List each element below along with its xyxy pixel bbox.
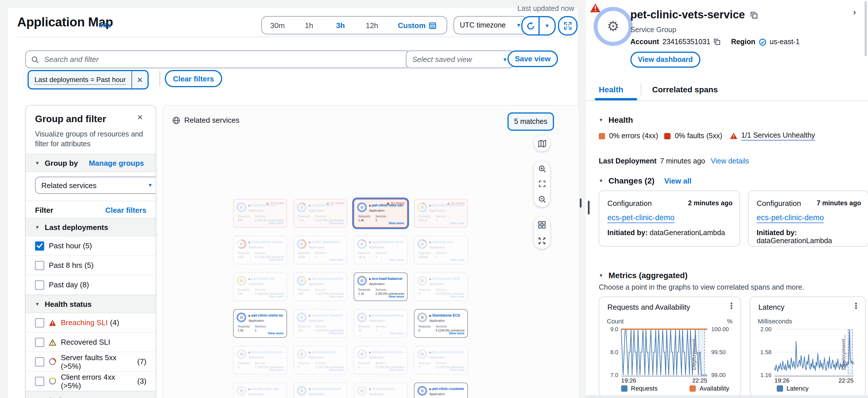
service-card-k8s-onlineboutique-60[interactable]: ⚙▶k8s-onlineboutique-60...ApplicationReq… [414, 346, 468, 374]
view-more-link[interactable]: View more [269, 368, 284, 372]
view-more-link[interactable]: View more [450, 258, 464, 262]
collapse-panel-icon[interactable]: › [853, 7, 856, 16]
grid-layout-icon[interactable] [538, 218, 546, 232]
service-card-alb-eks-test-app[interactable]: ⚙▶alb-eks-test-appApplicationRequestsSer… [233, 383, 287, 398]
service-name[interactable]: ▶alb-eks-test-app [249, 387, 279, 391]
checkbox[interactable] [35, 337, 44, 347]
service-card-appointment-service-g[interactable]: ⚙▶appointment-service-g...ApplicationReq… [353, 236, 408, 264]
checkbox[interactable] [35, 241, 44, 250]
service-card-LogisticsAPI[interactable]: ⚙SLI breach▶LogisticsAPIApplicationReque… [293, 199, 347, 228]
service-card-pet-clinic-customers-s[interactable]: ⚙▶pet-clinic-customers-s...ApplicationRe… [414, 383, 468, 398]
kebab-menu-icon[interactable]: ⋮ [727, 301, 735, 310]
service-name[interactable]: ▶FulfillmentAPI [249, 203, 276, 207]
changes-section-header[interactable]: ▼ Changes (2) View all [599, 176, 691, 185]
view-more-link[interactable]: View more [389, 295, 404, 298]
view-more-link[interactable]: View more [389, 368, 404, 372]
view-more-link[interactable]: View more [268, 331, 284, 335]
service-card-StandaloneEKS[interactable]: ⚙▶Standalone EKSApplicationRequestsServi… [414, 272, 468, 301]
time-range-3h[interactable]: 3h [324, 21, 356, 30]
checkbox[interactable] [35, 261, 44, 270]
view-more-link[interactable]: View more [389, 258, 404, 262]
group-by-select[interactable]: Related services ▼ [35, 177, 156, 194]
service-card-dataGenerationLambda[interactable]: ⚙▶dataGenerationLambdaApplicationRequest… [353, 309, 408, 338]
service-card-StandaloneLambda[interactable]: ⚙▶Standalone LambdaApplicationRequestsSe… [233, 236, 287, 264]
view-details-link[interactable]: View details [711, 157, 749, 165]
service-card-lambda-bug-bash[interactable]: ⚙▶lambda-bug-bashApplicationRequestsServ… [293, 383, 347, 398]
service-name[interactable]: ▶appointment-service-g... [369, 240, 404, 244]
view-more-link[interactable]: View more [269, 221, 284, 225]
view-dashboard-button[interactable]: View dashboard [630, 52, 701, 68]
filter-section-header[interactable]: ▼Health status [26, 295, 156, 313]
filter-option[interactable]: Past 8 hrs (5) [26, 256, 156, 275]
service-card-ecs-load-balancer[interactable]: ⚙▶ecs-load-balancerApplicationRequestsSe… [353, 272, 408, 301]
timezone-select[interactable]: UTC timezone ▼ [454, 16, 528, 34]
filter-option[interactable]: Breaching SLI(4) [26, 313, 156, 333]
filter-section-header[interactable]: ▼Platform [26, 391, 156, 398]
filter-option[interactable]: Server faults 5xx (>5%)(7) [26, 352, 156, 372]
view-more-link[interactable]: View more [329, 221, 344, 225]
chart-canvas[interactable]: 9.0100.008.099.507.099.0019:2622:25Deplo… [606, 327, 734, 384]
saved-view-select[interactable]: Select saved view ▼ [406, 51, 514, 68]
service-name[interactable]: ▶Standalone Lambda [249, 240, 283, 244]
service-name[interactable]: ▶k8s-onlineboutique-60... [429, 350, 464, 354]
service-card-pet-clinic-frontend-java[interactable]: ⚙SLI breach▶pet-clinic-frontend-javaAppl… [414, 199, 468, 228]
filter-option[interactable]: Past day (8) [26, 275, 156, 295]
view-more-link[interactable]: View more [269, 295, 284, 298]
panel-resize-handle[interactable] [580, 198, 582, 208]
checkbox[interactable] [35, 376, 44, 386]
service-name[interactable]: ▶Scenario7-RegisterNe... [309, 313, 343, 317]
service-name[interactable]: ▶pet-health-api [249, 276, 275, 280]
service-name[interactable]: ▶k8s-monitori-prometh... [249, 350, 283, 354]
legend-item-requests[interactable]: Requests [621, 385, 658, 392]
health-section-header[interactable]: ▼ Health [599, 115, 633, 125]
service-card-PetNameGenerator[interactable]: ⚙▶PetNameGeneratorApplicationRequestsSer… [353, 346, 408, 374]
view-more-link[interactable]: View more [450, 368, 464, 372]
view-more-link[interactable]: View more [329, 295, 344, 298]
view-more-link[interactable]: View more [329, 331, 344, 335]
change-resource-link[interactable]: ecs-pet-clinic-demo [608, 213, 675, 223]
zoom-out-icon[interactable] [538, 192, 546, 207]
service-card-StandaloneECS[interactable]: ⚙▶Standalone ECSApplicationRequestsServi… [414, 309, 468, 338]
service-card-k8s-monitori-prometh[interactable]: ⚙▶k8s-monitori-prometh...ApplicationRequ… [233, 346, 287, 374]
view-all-link[interactable]: View all [664, 176, 691, 185]
service-card-ad-indexing-lb[interactable]: ⚙▶ad-indexing-lbApplicationRequestsServi… [293, 346, 347, 374]
info-link[interactable]: Info [99, 21, 112, 29]
chart-canvas[interactable]: 2.001.581.1619:2622:25Deployment... [757, 327, 858, 384]
tab-correlated-spans[interactable]: Correlated spans [652, 85, 718, 94]
zoom-in-icon[interactable] [538, 161, 546, 176]
service-name[interactable]: ▶dataGenerationLambda [369, 313, 404, 317]
tab-health[interactable]: Health [599, 85, 623, 94]
filter-option[interactable]: Recovered SLI [26, 333, 156, 352]
services-unhealthy-link[interactable]: 1/1 Services Unhealthy [741, 131, 815, 140]
service-name[interactable]: ▶pet-clinic-visits-service [249, 313, 283, 317]
service-card-traffic-generator[interactable]: ⚙▶traffic-generatorApplicationRequestsSe… [293, 236, 347, 264]
copy-icon[interactable] [714, 38, 721, 45]
scroll-handle[interactable] [588, 201, 589, 214]
change-resource-link[interactable]: ecs-pet-clinic-demo [756, 213, 824, 223]
view-more-link[interactable]: View more [329, 258, 344, 262]
close-icon[interactable]: × [137, 112, 143, 123]
service-card-ad-recommendation-lb[interactable]: ⚙▶ad-recommendation-lbApplicationRequest… [293, 272, 347, 301]
view-more-link[interactable]: View more [389, 331, 404, 335]
group-by-header[interactable]: ▼ Group by Manage groups [26, 154, 156, 172]
service-name[interactable]: ▶Standalone ECS [429, 313, 460, 317]
refresh-button[interactable] [522, 17, 539, 34]
matches-badge[interactable]: 5 matches [507, 112, 554, 131]
legend-item-latency[interactable]: Latency [777, 385, 809, 392]
expand-nodes-icon[interactable] [538, 233, 546, 248]
service-name[interactable]: ▶lambda-bug-bash [309, 387, 342, 391]
view-more-link[interactable]: View more [448, 331, 464, 335]
service-name[interactable]: ▶pet-clinic-frontend-java [429, 203, 464, 207]
clear-filters-button[interactable]: Clear filters [165, 70, 222, 87]
view-more-link[interactable]: View more [450, 221, 464, 225]
refresh-options-button[interactable]: ▼ [539, 17, 555, 34]
chart-requests-availability[interactable]: Requests and Availability ⋮ Count % 9.01… [599, 297, 741, 396]
service-name[interactable]: ▶nginx-proxy [429, 240, 453, 244]
service-card-pet-health-api[interactable]: ⚙▶pet-health-apiApplicationRequestsServi… [233, 272, 287, 301]
chart-latency[interactable]: Latency ⋮ Milliseconds 2.001.581.1619:26… [750, 297, 866, 396]
service-name[interactable]: ▶pet-clinic-vets-service [369, 203, 404, 207]
kebab-menu-icon[interactable]: ⋮ [852, 301, 860, 310]
service-card-TestAgarwalr[interactable]: ⚙▶TestAgarwalrApplicationRequestsService… [353, 383, 408, 398]
time-range-custom-button[interactable]: Custom [388, 21, 446, 30]
view-more-link[interactable]: View more [450, 295, 464, 298]
